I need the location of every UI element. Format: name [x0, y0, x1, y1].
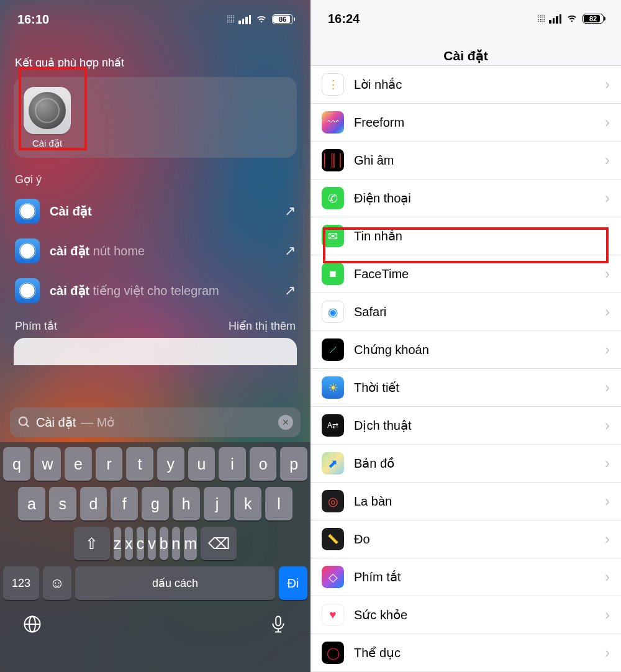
search-icon	[17, 415, 31, 429]
key-i[interactable]: i	[219, 447, 246, 481]
show-more-button[interactable]: Hiển thị thêm	[229, 319, 296, 333]
row-label: Safari	[354, 305, 595, 319]
key-k[interactable]: k	[234, 487, 261, 520]
battery-indicator: 82	[582, 14, 604, 24]
key-b[interactable]: b	[160, 527, 168, 560]
search-hint: — Mở	[81, 415, 114, 430]
settings-row[interactable]: ⋮Lời nhắc›	[310, 66, 621, 104]
battery-indicator: 86	[272, 14, 293, 24]
key-c[interactable]: c	[137, 527, 145, 560]
app-icon: ☀	[322, 376, 344, 399]
chevron-right-icon: ›	[605, 493, 610, 510]
space-key[interactable]: dấu cách	[75, 566, 275, 600]
key-m[interactable]: m	[184, 527, 197, 560]
key-q[interactable]: q	[3, 447, 30, 481]
svg-point-12	[19, 417, 27, 425]
key-o[interactable]: o	[250, 447, 277, 481]
go-key[interactable]: Đi	[279, 566, 307, 600]
settings-row[interactable]: ◇Phím tắt›	[310, 558, 621, 596]
svg-point-8	[19, 283, 35, 299]
key-s[interactable]: s	[49, 487, 76, 520]
annotation-highlight	[19, 67, 87, 150]
app-icon: ■	[322, 263, 344, 285]
row-label: Sức khỏe	[354, 607, 595, 622]
page-title: Cài đặt	[310, 30, 621, 63]
app-icon: │║│	[322, 149, 344, 171]
safari-icon	[15, 199, 40, 224]
key-e[interactable]: e	[65, 447, 92, 481]
safari-icon	[15, 238, 40, 263]
svg-line-13	[26, 424, 29, 427]
settings-row[interactable]: ✆Điện thoại›	[310, 179, 621, 217]
key-h[interactable]: h	[173, 487, 200, 520]
key-d[interactable]: d	[80, 487, 107, 520]
key-a[interactable]: a	[18, 487, 45, 520]
settings-row[interactable]: A⇄Dịch thuật›	[310, 407, 621, 445]
status-bar: 16:10 ∷∷∷∷ 86	[0, 0, 310, 30]
chevron-right-icon: ›	[605, 189, 610, 207]
settings-row[interactable]: ⟋Chứng khoán›	[310, 331, 621, 369]
app-icon: ⟋	[322, 338, 344, 361]
key-f[interactable]: f	[111, 487, 138, 520]
mic-icon[interactable]	[269, 615, 288, 633]
settings-row[interactable]: 📏Đo›	[310, 520, 621, 558]
arrow-up-right-icon: ↗	[284, 243, 296, 259]
cellular-icon: ∷∷∷∷	[227, 15, 234, 24]
settings-row[interactable]: 〰Freeform›	[310, 104, 621, 142]
suggestion-text: cài đặt nút home	[50, 243, 274, 258]
search-input[interactable]: Cài đặt — Mở ✕	[10, 407, 301, 437]
suggestions-heading: Gợi ý	[0, 158, 310, 191]
suggestion-text: Cài đặt	[50, 204, 274, 219]
numbers-key[interactable]: 123	[3, 566, 39, 600]
row-label: Chứng khoán	[354, 342, 595, 357]
row-label: Thể dục	[354, 645, 595, 660]
clear-button[interactable]: ✕	[278, 415, 293, 430]
key-w[interactable]: w	[34, 447, 61, 481]
key-x[interactable]: x	[125, 527, 133, 560]
key-y[interactable]: y	[157, 447, 184, 481]
app-icon: ◉	[322, 301, 344, 323]
key-l[interactable]: l	[265, 487, 292, 520]
wifi-icon	[255, 15, 268, 24]
key-u[interactable]: u	[188, 447, 215, 481]
shortcut-card[interactable]	[14, 338, 297, 365]
key-g[interactable]: g	[142, 487, 169, 520]
settings-row[interactable]: ◯Thể dục›	[310, 634, 621, 672]
app-icon: ✆	[322, 187, 344, 209]
suggestion-item[interactable]: cài đặt nút home ↗	[7, 231, 303, 271]
globe-icon[interactable]	[23, 615, 42, 633]
row-label: Freeform	[354, 116, 595, 130]
chevron-right-icon: ›	[605, 379, 610, 396]
shift-key[interactable]: ⇧	[74, 527, 110, 560]
suggestion-item[interactable]: Cài đặt ↗	[7, 191, 303, 231]
annotation-highlight	[323, 227, 609, 263]
key-p[interactable]: p	[280, 447, 307, 481]
header: 16:24 ∷∷∷∷ 82 Cài đặt	[310, 0, 621, 66]
suggestion-text: cài đặt tiếng việt cho telegram	[50, 283, 274, 298]
key-t[interactable]: t	[126, 447, 153, 481]
settings-row[interactable]: ♥Sức khỏe›	[310, 596, 621, 634]
key-v[interactable]: v	[148, 527, 156, 560]
emoji-key[interactable]: ☺	[43, 566, 71, 600]
app-icon: ♥	[322, 604, 344, 626]
app-icon: ⋮	[322, 73, 344, 96]
clock: 16:10	[17, 12, 49, 27]
settings-row[interactable]: ◉Safari›	[310, 293, 621, 331]
clock: 16:24	[328, 12, 360, 26]
settings-row[interactable]: ◎La bàn›	[310, 483, 621, 520]
suggestion-item[interactable]: cài đặt tiếng việt cho telegram ↗	[7, 271, 303, 311]
key-r[interactable]: r	[96, 447, 123, 481]
row-label: Ghi âm	[354, 153, 595, 168]
shortcuts-label: Phím tắt	[15, 319, 57, 333]
key-j[interactable]: j	[204, 487, 231, 520]
row-label: Thời tiết	[354, 380, 595, 395]
settings-row[interactable]: ⬈Bản đồ›	[310, 445, 621, 483]
app-icon: ◎	[322, 490, 344, 512]
key-z[interactable]: z	[114, 527, 122, 560]
key-n[interactable]: n	[172, 527, 181, 560]
settings-screen: 16:24 ∷∷∷∷ 82 Cài đặt ⋮Lời nhắc›〰Freefor…	[310, 0, 621, 672]
settings-row[interactable]: ☀Thời tiết›	[310, 369, 621, 407]
settings-row[interactable]: │║│Ghi âm›	[310, 142, 621, 179]
chevron-right-icon: ›	[605, 417, 610, 434]
backspace-key[interactable]: ⌫	[201, 527, 237, 560]
